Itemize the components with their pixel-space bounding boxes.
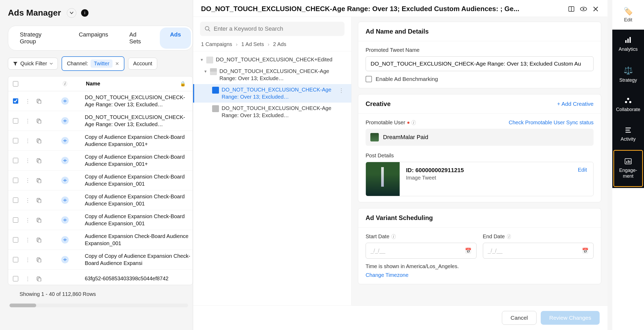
rail-edit[interactable]: 🏷️ Edit [612,0,644,30]
search-input[interactable] [214,25,340,32]
quick-filter-button[interactable]: Quick Filter [8,58,58,70]
row-menu-icon[interactable]: ⋮ [23,217,32,223]
row-copy-icon[interactable] [32,158,45,163]
table-row[interactable]: ⋮ Copy of Audience Expansion Check-Board… [8,190,193,210]
row-copy-icon[interactable] [32,198,45,203]
tree-ad-item[interactable]: DO_NOT_TOUCH_EXCLUSION_CHECK-Age Range: … [193,103,351,121]
row-menu-icon[interactable]: ⋮ [23,197,32,203]
table-row[interactable]: ⋮ Copy of Audience Expansion Check-Board… [8,210,193,230]
tree-adset-item[interactable]: ▼ DO_NOT_TOUCH_EXCLUSION_CHECK-Age Range… [193,66,351,84]
column-info-icon[interactable]: i [45,81,85,86]
bc-ads[interactable]: 2 Ads [273,41,286,47]
row-checkbox[interactable] [13,217,18,223]
row-name: DO_NOT_TOUCH_EXCLUSION_CHECK-Age Range: … [85,111,193,131]
caret-down-icon[interactable]: ▼ [204,69,207,74]
svg-rect-19 [38,278,41,281]
row-copy-icon[interactable] [32,237,45,242]
status-badge [61,216,69,224]
tab-ads[interactable]: Ads [160,28,191,49]
info-icon[interactable]: i [507,234,511,239]
table-row[interactable]: ⋮ Copy of Audience Expansion Check-Board… [8,151,193,171]
rail-activity[interactable]: Activity [612,120,644,149]
add-creative-link[interactable]: + Add Creative [557,101,594,107]
row-checkbox[interactable] [13,98,18,104]
benchmark-checkbox[interactable] [366,76,372,82]
table-row[interactable]: ⋮ 63fg52-605853403398c5044ef8742 [8,270,193,285]
caret-down-icon[interactable]: ▼ [200,58,204,62]
remove-channel-icon[interactable]: ✕ [115,61,119,67]
table-row[interactable]: ⋮ DO_NOT_TOUCH_EXCLUSION_CHECK-Age Range… [8,91,193,111]
table-row[interactable]: ⋮ Copy of Copy of Audience Expansion Che… [8,250,193,270]
table-row[interactable]: ⋮ Copy of Audience Expansion Check-Board… [8,131,193,151]
row-copy-icon[interactable] [32,257,45,262]
horizontal-scrollbar[interactable] [10,304,188,307]
info-icon[interactable]: i [391,234,396,239]
row-checkbox[interactable] [13,138,18,143]
row-menu-icon[interactable]: ⋮ [23,157,32,164]
bc-campaigns[interactable]: 1 Campaigns [201,41,232,47]
info-icon[interactable]: i [412,120,416,125]
bc-adsets[interactable]: 1 Ad Sets [241,41,264,47]
close-icon[interactable] [592,5,600,13]
post-thumbnail[interactable] [366,162,400,196]
rail-analytics[interactable]: Analytics [612,30,644,59]
title-dropdown[interactable] [67,8,76,18]
select-all-checkbox[interactable] [13,81,18,86]
table-row[interactable]: ⋮ DO_NOT_TOUCH_EXCLUSION_CHECK-Age Range… [8,111,193,131]
row-checkbox[interactable] [13,257,18,262]
table-row[interactable]: ⋮ Copy of Audience Expansion Check-Board… [8,171,193,190]
section-title: Ad Name and Details [366,28,429,35]
panel-layout-icon[interactable] [567,5,575,13]
row-checkbox[interactable] [13,118,18,123]
cancel-button[interactable]: Cancel [502,311,536,325]
column-name[interactable]: Name [85,81,180,87]
row-checkbox[interactable] [13,276,18,281]
row-menu-icon[interactable]: ⋮ [23,276,32,282]
row-menu-icon[interactable]: ⋮ [23,138,32,144]
row-menu-icon[interactable]: ⋮ [23,177,32,184]
row-copy-icon[interactable] [32,138,45,143]
tree-campaign-item[interactable]: ▼ DO_NOT_TOUCH_EXCLUSION_CHECK+Edited [193,54,351,66]
row-menu-icon[interactable]: ⋮ [23,237,32,243]
tab-ad-sets[interactable]: Ad Sets [119,28,159,49]
row-copy-icon[interactable] [32,276,45,281]
start-date-input[interactable]: _/_/__ 📅 [366,243,477,259]
row-checkbox[interactable] [13,178,18,183]
tree-item-menu-icon[interactable]: ⋮ [337,86,346,95]
change-timezone-link[interactable]: Change Timezone [366,272,594,278]
channel-filter[interactable]: Channel: Twitter ✕ [62,56,124,71]
tree-ad-item-selected[interactable]: DO_NOT_TOUCH_EXCLUSION_CHECK-Age Range: … [193,84,351,103]
row-copy-icon[interactable] [32,118,45,123]
svg-point-24 [205,26,209,30]
check-sync-link[interactable]: Check Promotable User Sync status [509,120,594,126]
row-checkbox[interactable] [13,237,18,242]
table-row[interactable]: ⋮ Audience Expansion Check-Board Audienc… [8,230,193,250]
status-badge [61,177,69,184]
rail-engagement[interactable]: Engage- ment [613,150,643,187]
svg-rect-28 [629,37,631,43]
row-checkbox[interactable] [13,158,18,163]
promoted-name-input[interactable] [366,56,594,71]
row-checkbox[interactable] [13,198,18,203]
post-edit-link[interactable]: Edit [572,162,593,196]
preview-icon[interactable] [580,5,587,13]
rail-strategy[interactable]: ⚖️ Strategy [612,59,644,90]
tab-campaigns[interactable]: Campaigns [69,28,118,49]
tree-search[interactable] [200,22,344,36]
row-menu-icon[interactable]: ⋮ [23,256,32,263]
row-menu-icon[interactable]: ⋮ [23,98,32,104]
tab-strategy-group[interactable]: Strategy Group [10,28,68,49]
row-copy-icon[interactable] [32,178,45,183]
row-menu-icon[interactable]: ⋮ [23,118,32,124]
benchmark-checkbox-row[interactable]: Enable Ad Benchmarking [366,76,594,82]
account-filter[interactable]: Account [128,58,157,70]
end-date-input[interactable]: _/_/__ 📅 [483,243,594,259]
review-changes-button[interactable]: Review Changes [541,311,600,325]
row-copy-icon[interactable] [32,217,45,223]
info-icon[interactable]: i [81,9,88,17]
row-copy-icon[interactable] [32,98,45,104]
rail-collaborate[interactable]: Collaborate [612,90,644,120]
svg-rect-37 [628,160,629,163]
ads-table: i Name 🔒 ⋮ DO_NOT_TOUCH_EXCLUSION_CHECK-… [8,76,193,285]
promotable-user-box[interactable]: DreamMalar Paid [366,129,594,146]
